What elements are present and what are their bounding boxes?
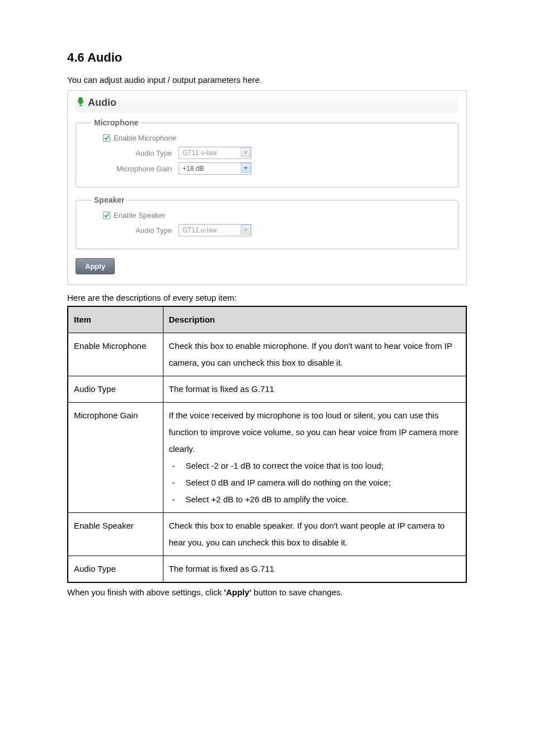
- enable-speaker-row[interactable]: Enable Speaker: [92, 211, 448, 220]
- audio-icon: [76, 96, 86, 109]
- table-row: Enable Speaker Check this box to enable …: [68, 513, 466, 556]
- spk-audio-type-select[interactable]: G711 u-law: [179, 224, 251, 236]
- table-row: Audio Type The format is fixed as G.711: [68, 556, 466, 583]
- apply-button[interactable]: Apply: [76, 258, 115, 274]
- th-item: Item: [68, 306, 163, 333]
- enable-microphone-label: Enable Microphone: [114, 134, 176, 142]
- mic-audio-type-row: Audio Type G711 u-law: [92, 147, 448, 159]
- microphone-legend: Microphone: [92, 118, 140, 127]
- footer-post: button to save changes.: [251, 587, 343, 597]
- description-table: Item Description Enable Microphone Check…: [67, 306, 467, 583]
- mic-gain-desc-intro: If the voice received by microphone is t…: [169, 410, 458, 454]
- descriptions-lead: Here are the descriptions of every setup…: [67, 293, 467, 302]
- speaker-group: Speaker Enable Speaker Audio Type G711 u…: [76, 195, 458, 249]
- mic-audio-type-select[interactable]: G711 u-law: [179, 147, 251, 159]
- enable-microphone-checkbox[interactable]: [103, 134, 110, 142]
- footer-note: When you finish with above settings, cli…: [67, 587, 467, 597]
- table-row: Enable Microphone Check this box to enab…: [68, 333, 466, 376]
- audio-panel: Audio Microphone Enable Microphone Audio…: [67, 90, 467, 285]
- mic-gain-select[interactable]: +18 dB: [179, 162, 251, 175]
- table-row: Audio Type The format is fixed as G.711: [68, 376, 466, 403]
- mic-gain-bullets: Select -2 or -1 dB to correct the voice …: [169, 458, 461, 508]
- cell-desc: Check this box to enable microphone. If …: [163, 333, 466, 376]
- footer-pre: When you finish with above settings, cli…: [67, 587, 224, 597]
- enable-speaker-label: Enable Speaker: [114, 211, 166, 220]
- list-item: Select -2 or -1 dB to correct the voice …: [169, 458, 461, 474]
- mic-gain-label: Microphone Gain: [92, 165, 179, 173]
- speaker-legend: Speaker: [92, 195, 127, 204]
- cell-item: Microphone Gain: [68, 403, 163, 513]
- microphone-group: Microphone Enable Microphone Audio Type …: [76, 118, 458, 188]
- footer-bold: 'Apply': [224, 587, 251, 597]
- cell-desc: If the voice received by microphone is t…: [163, 403, 466, 513]
- list-item: Select +2 dB to +26 dB to amplify the vo…: [169, 491, 461, 508]
- cell-desc: The format is fixed as G.711: [163, 376, 466, 403]
- chevron-down-icon: [241, 147, 251, 157]
- table-row: Microphone Gain If the voice received by…: [68, 403, 466, 513]
- cell-item: Audio Type: [68, 376, 163, 403]
- cell-item: Audio Type: [68, 556, 163, 583]
- cell-desc: Check this box to enable speaker. If you…: [163, 513, 466, 556]
- cell-desc: The format is fixed as G.711: [163, 556, 466, 583]
- cell-item: Enable Microphone: [68, 333, 163, 376]
- intro-text: You can adjust audio input / output para…: [67, 75, 467, 85]
- list-item: Select 0 dB and IP camera will do nothin…: [169, 474, 461, 491]
- enable-microphone-row[interactable]: Enable Microphone: [92, 134, 448, 142]
- mic-gain-row: Microphone Gain +18 dB: [92, 162, 448, 175]
- panel-title-bar: Audio: [76, 95, 458, 113]
- chevron-down-icon: [241, 225, 251, 235]
- mic-audio-type-label: Audio Type: [92, 149, 179, 157]
- enable-speaker-checkbox[interactable]: [103, 212, 110, 219]
- panel-title-text: Audio: [88, 97, 116, 109]
- th-desc: Description: [163, 306, 466, 333]
- spk-audio-type-row: Audio Type G711 u-law: [92, 224, 448, 236]
- chevron-down-icon[interactable]: [241, 163, 251, 173]
- cell-item: Enable Speaker: [68, 513, 163, 556]
- section-heading: 4.6 Audio: [67, 50, 467, 65]
- spk-audio-type-label: Audio Type: [92, 226, 179, 235]
